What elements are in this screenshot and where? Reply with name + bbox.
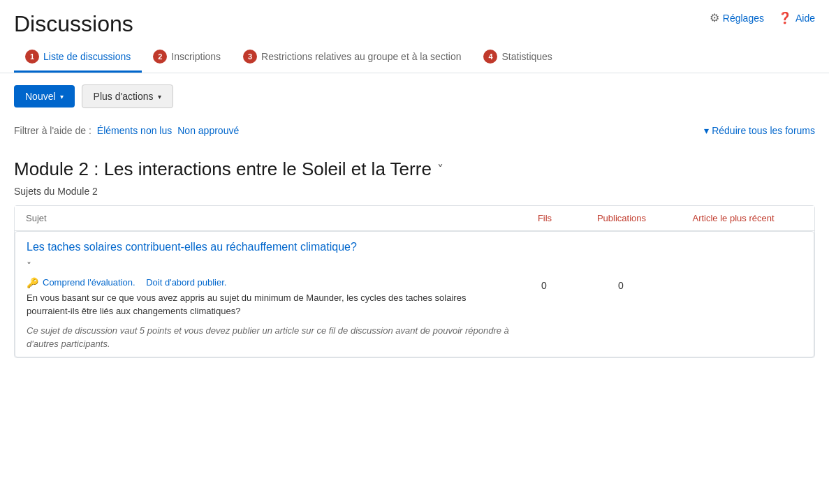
more-actions-chevron-icon: ▾	[158, 93, 161, 101]
module-collapse-icon[interactable]: ˅	[437, 162, 443, 177]
page-title: Discussions	[14, 11, 133, 37]
filter-label: Filtrer à l'aide de :	[14, 125, 91, 136]
lock-icon: 🔑	[27, 277, 38, 288]
tab-liste-discussions[interactable]: 1 Liste de discussions	[14, 43, 142, 73]
topic-fils-value: 0	[509, 277, 579, 291]
new-chevron-icon: ▾	[60, 93, 64, 101]
badge-text: Comprend l'évaluation.	[43, 277, 135, 288]
badge-separator	[140, 277, 142, 288]
reduce-chevron-icon: ▾	[704, 125, 709, 136]
tab-restrictions[interactable]: 3 Restrictions relatives au groupe et à …	[232, 43, 472, 73]
col-subject-header: Sujet	[26, 213, 510, 223]
topic-note: Ce sujet de discussion vaut 5 points et …	[27, 324, 509, 351]
col-recent-header: Article le plus récent	[663, 213, 803, 223]
tabs-nav: 1 Liste de discussions 2 Inscriptions 3 …	[14, 43, 815, 73]
topic-recent-value	[663, 277, 802, 280]
new-button[interactable]: Nouvel ▾	[14, 85, 75, 108]
more-actions-button[interactable]: Plus d'actions ▾	[82, 84, 173, 108]
forum-table: Sujet Fils Publications Article le plus …	[14, 205, 815, 358]
filter-unapproved[interactable]: Non approuvé	[177, 125, 239, 136]
help-icon: ❓	[778, 11, 792, 24]
help-link[interactable]: ❓ Aide	[778, 11, 815, 24]
topic-description: En vous basant sur ce que vous avez appr…	[27, 291, 509, 318]
tab-inscriptions[interactable]: 2 Inscriptions	[142, 43, 232, 73]
tab1-badge: 1	[25, 50, 39, 64]
col-publications-header: Publications	[580, 213, 663, 223]
topic-publications-value: 0	[579, 277, 663, 291]
table-row: Les taches solaires contribuent-elles au…	[15, 231, 814, 357]
tab3-badge: 3	[243, 50, 257, 64]
must-publish-link[interactable]: Doit d'abord publier.	[146, 277, 226, 288]
reduce-all-forums-link[interactable]: ▾ Réduire tous les forums	[704, 125, 815, 136]
topic-expand-icon[interactable]: ˅	[27, 260, 31, 272]
gear-icon: ⚙	[710, 11, 719, 24]
settings-link[interactable]: ⚙ Réglages	[710, 11, 764, 24]
col-fils-header: Fils	[510, 213, 580, 223]
topic-title-link[interactable]: Les taches solaires contribuent-elles au…	[27, 241, 357, 253]
module-title: Module 2 : Les interactions entre le Sol…	[14, 158, 432, 180]
tab-statistiques[interactable]: 4 Statistiques	[472, 43, 563, 73]
tab2-badge: 2	[153, 50, 167, 64]
module-subtitle: Sujets du Module 2	[14, 186, 815, 205]
table-header: Sujet Fils Publications Article le plus …	[15, 206, 814, 231]
filter-unread[interactable]: Éléments non lus	[97, 125, 172, 136]
tab4-badge: 4	[483, 50, 497, 64]
